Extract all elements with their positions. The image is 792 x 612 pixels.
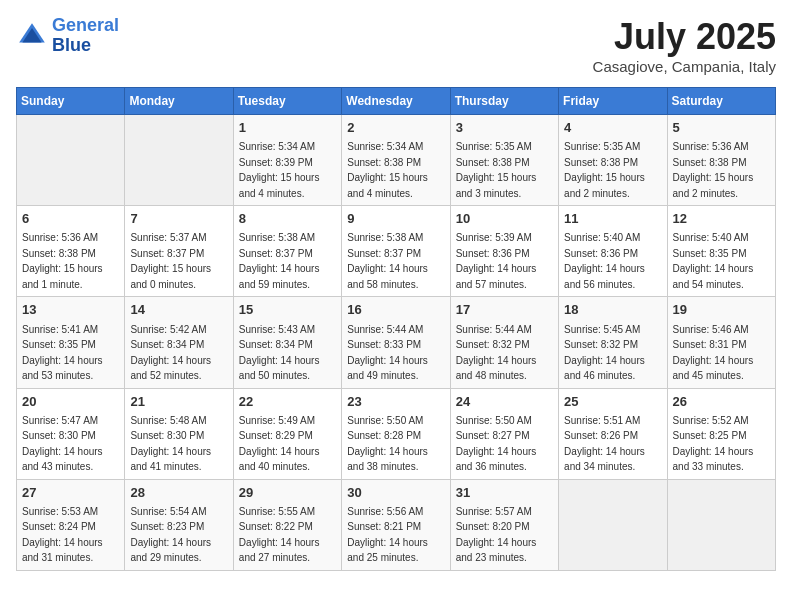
day-info: Sunrise: 5:38 AMSunset: 8:37 PMDaylight:… — [239, 232, 320, 290]
day-number: 9 — [347, 210, 444, 228]
day-info: Sunrise: 5:46 AMSunset: 8:31 PMDaylight:… — [673, 324, 754, 382]
calendar-week-row: 20Sunrise: 5:47 AMSunset: 8:30 PMDayligh… — [17, 388, 776, 479]
day-info: Sunrise: 5:51 AMSunset: 8:26 PMDaylight:… — [564, 415, 645, 473]
day-info: Sunrise: 5:36 AMSunset: 8:38 PMDaylight:… — [673, 141, 754, 199]
day-number: 12 — [673, 210, 770, 228]
day-number: 7 — [130, 210, 227, 228]
calendar-week-row: 6Sunrise: 5:36 AMSunset: 8:38 PMDaylight… — [17, 206, 776, 297]
calendar-cell: 19Sunrise: 5:46 AMSunset: 8:31 PMDayligh… — [667, 297, 775, 388]
calendar-cell: 1Sunrise: 5:34 AMSunset: 8:39 PMDaylight… — [233, 115, 341, 206]
location: Casagiove, Campania, Italy — [593, 58, 776, 75]
calendar-cell: 28Sunrise: 5:54 AMSunset: 8:23 PMDayligh… — [125, 479, 233, 570]
calendar-cell: 21Sunrise: 5:48 AMSunset: 8:30 PMDayligh… — [125, 388, 233, 479]
calendar-cell: 8Sunrise: 5:38 AMSunset: 8:37 PMDaylight… — [233, 206, 341, 297]
day-number: 28 — [130, 484, 227, 502]
calendar-cell: 11Sunrise: 5:40 AMSunset: 8:36 PMDayligh… — [559, 206, 667, 297]
day-info: Sunrise: 5:40 AMSunset: 8:35 PMDaylight:… — [673, 232, 754, 290]
day-info: Sunrise: 5:34 AMSunset: 8:38 PMDaylight:… — [347, 141, 428, 199]
day-info: Sunrise: 5:45 AMSunset: 8:32 PMDaylight:… — [564, 324, 645, 382]
day-info: Sunrise: 5:48 AMSunset: 8:30 PMDaylight:… — [130, 415, 211, 473]
weekday-header-row: SundayMondayTuesdayWednesdayThursdayFrid… — [17, 88, 776, 115]
day-number: 26 — [673, 393, 770, 411]
weekday-header-tuesday: Tuesday — [233, 88, 341, 115]
day-number: 27 — [22, 484, 119, 502]
calendar-cell: 13Sunrise: 5:41 AMSunset: 8:35 PMDayligh… — [17, 297, 125, 388]
calendar-cell: 9Sunrise: 5:38 AMSunset: 8:37 PMDaylight… — [342, 206, 450, 297]
calendar-cell: 6Sunrise: 5:36 AMSunset: 8:38 PMDaylight… — [17, 206, 125, 297]
calendar-cell: 30Sunrise: 5:56 AMSunset: 8:21 PMDayligh… — [342, 479, 450, 570]
weekday-header-sunday: Sunday — [17, 88, 125, 115]
day-info: Sunrise: 5:44 AMSunset: 8:33 PMDaylight:… — [347, 324, 428, 382]
day-info: Sunrise: 5:44 AMSunset: 8:32 PMDaylight:… — [456, 324, 537, 382]
day-number: 3 — [456, 119, 553, 137]
day-info: Sunrise: 5:43 AMSunset: 8:34 PMDaylight:… — [239, 324, 320, 382]
calendar-cell: 18Sunrise: 5:45 AMSunset: 8:32 PMDayligh… — [559, 297, 667, 388]
day-info: Sunrise: 5:42 AMSunset: 8:34 PMDaylight:… — [130, 324, 211, 382]
day-number: 23 — [347, 393, 444, 411]
day-number: 8 — [239, 210, 336, 228]
day-number: 30 — [347, 484, 444, 502]
day-number: 29 — [239, 484, 336, 502]
day-number: 11 — [564, 210, 661, 228]
day-number: 15 — [239, 301, 336, 319]
day-number: 10 — [456, 210, 553, 228]
day-info: Sunrise: 5:56 AMSunset: 8:21 PMDaylight:… — [347, 506, 428, 564]
calendar-cell: 22Sunrise: 5:49 AMSunset: 8:29 PMDayligh… — [233, 388, 341, 479]
day-info: Sunrise: 5:55 AMSunset: 8:22 PMDaylight:… — [239, 506, 320, 564]
day-number: 14 — [130, 301, 227, 319]
calendar-cell — [667, 479, 775, 570]
calendar-cell: 10Sunrise: 5:39 AMSunset: 8:36 PMDayligh… — [450, 206, 558, 297]
weekday-header-thursday: Thursday — [450, 88, 558, 115]
title-block: July 2025 Casagiove, Campania, Italy — [593, 16, 776, 75]
calendar-cell: 4Sunrise: 5:35 AMSunset: 8:38 PMDaylight… — [559, 115, 667, 206]
day-number: 17 — [456, 301, 553, 319]
logo: General Blue — [16, 16, 119, 56]
calendar-cell: 3Sunrise: 5:35 AMSunset: 8:38 PMDaylight… — [450, 115, 558, 206]
day-number: 16 — [347, 301, 444, 319]
calendar-cell — [17, 115, 125, 206]
day-info: Sunrise: 5:40 AMSunset: 8:36 PMDaylight:… — [564, 232, 645, 290]
day-number: 4 — [564, 119, 661, 137]
month-title: July 2025 — [593, 16, 776, 58]
weekday-header-wednesday: Wednesday — [342, 88, 450, 115]
day-number: 19 — [673, 301, 770, 319]
calendar-cell: 7Sunrise: 5:37 AMSunset: 8:37 PMDaylight… — [125, 206, 233, 297]
day-number: 24 — [456, 393, 553, 411]
day-info: Sunrise: 5:35 AMSunset: 8:38 PMDaylight:… — [456, 141, 537, 199]
day-info: Sunrise: 5:54 AMSunset: 8:23 PMDaylight:… — [130, 506, 211, 564]
weekday-header-monday: Monday — [125, 88, 233, 115]
weekday-header-friday: Friday — [559, 88, 667, 115]
day-number: 31 — [456, 484, 553, 502]
day-number: 25 — [564, 393, 661, 411]
day-info: Sunrise: 5:57 AMSunset: 8:20 PMDaylight:… — [456, 506, 537, 564]
day-number: 20 — [22, 393, 119, 411]
calendar-cell: 14Sunrise: 5:42 AMSunset: 8:34 PMDayligh… — [125, 297, 233, 388]
calendar-cell: 26Sunrise: 5:52 AMSunset: 8:25 PMDayligh… — [667, 388, 775, 479]
day-number: 13 — [22, 301, 119, 319]
day-info: Sunrise: 5:41 AMSunset: 8:35 PMDaylight:… — [22, 324, 103, 382]
calendar-cell: 20Sunrise: 5:47 AMSunset: 8:30 PMDayligh… — [17, 388, 125, 479]
day-number: 1 — [239, 119, 336, 137]
day-number: 21 — [130, 393, 227, 411]
calendar-cell: 25Sunrise: 5:51 AMSunset: 8:26 PMDayligh… — [559, 388, 667, 479]
day-number: 22 — [239, 393, 336, 411]
calendar-cell — [559, 479, 667, 570]
calendar-cell: 17Sunrise: 5:44 AMSunset: 8:32 PMDayligh… — [450, 297, 558, 388]
day-info: Sunrise: 5:50 AMSunset: 8:28 PMDaylight:… — [347, 415, 428, 473]
day-info: Sunrise: 5:35 AMSunset: 8:38 PMDaylight:… — [564, 141, 645, 199]
day-number: 6 — [22, 210, 119, 228]
day-info: Sunrise: 5:52 AMSunset: 8:25 PMDaylight:… — [673, 415, 754, 473]
calendar-cell: 5Sunrise: 5:36 AMSunset: 8:38 PMDaylight… — [667, 115, 775, 206]
day-info: Sunrise: 5:38 AMSunset: 8:37 PMDaylight:… — [347, 232, 428, 290]
calendar-cell: 23Sunrise: 5:50 AMSunset: 8:28 PMDayligh… — [342, 388, 450, 479]
day-number: 5 — [673, 119, 770, 137]
calendar-table: SundayMondayTuesdayWednesdayThursdayFrid… — [16, 87, 776, 571]
logo-text: General Blue — [52, 16, 119, 56]
day-info: Sunrise: 5:49 AMSunset: 8:29 PMDaylight:… — [239, 415, 320, 473]
day-number: 2 — [347, 119, 444, 137]
calendar-cell — [125, 115, 233, 206]
day-info: Sunrise: 5:34 AMSunset: 8:39 PMDaylight:… — [239, 141, 320, 199]
calendar-week-row: 13Sunrise: 5:41 AMSunset: 8:35 PMDayligh… — [17, 297, 776, 388]
day-info: Sunrise: 5:47 AMSunset: 8:30 PMDaylight:… — [22, 415, 103, 473]
calendar-cell: 16Sunrise: 5:44 AMSunset: 8:33 PMDayligh… — [342, 297, 450, 388]
